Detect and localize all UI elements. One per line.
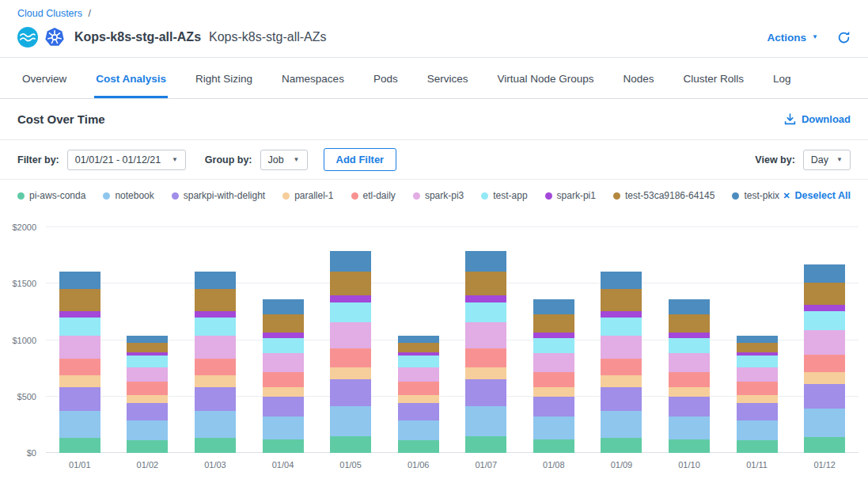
bar-segment-sparkpi-with-delight[interactable] <box>465 379 506 405</box>
tab-log[interactable]: Log <box>771 58 793 98</box>
bar-segment-test-53ca9186-64145[interactable] <box>59 289 100 311</box>
bar-segment-spark-pi1[interactable] <box>330 295 371 302</box>
bar-segment-spark-pi3[interactable] <box>263 353 304 372</box>
legend-item-etl-daily[interactable]: etl-daily <box>351 190 396 201</box>
legend-item-test-53ca9186-64145[interactable]: test-53ca9186-64145 <box>613 190 714 201</box>
bar-segment-sparkpi-with-delight[interactable] <box>601 387 642 411</box>
stacked-bar-01-08[interactable] <box>533 227 574 453</box>
tab-nodes[interactable]: Nodes <box>622 58 656 98</box>
bar-segment-pi-aws-conda[interactable] <box>330 436 371 453</box>
bar-segment-parallel-1[interactable] <box>669 387 710 397</box>
bar-segment-etl-daily[interactable] <box>737 382 778 394</box>
bar-segment-spark-pi3[interactable] <box>804 330 845 355</box>
bar-segment-test-53ca9186-64145[interactable] <box>669 314 710 333</box>
bar-segment-notebook[interactable] <box>127 420 168 440</box>
bar-segment-test-pkix[interactable] <box>59 272 100 290</box>
bar-segment-sparkpi-with-delight[interactable] <box>195 387 236 411</box>
bar-segment-test-app[interactable] <box>465 302 506 323</box>
tab-virtual-node-groups[interactable]: Virtual Node Groups <box>495 58 595 98</box>
bar-segment-pi-aws-conda[interactable] <box>263 439 304 453</box>
bar-segment-spark-pi3[interactable] <box>127 367 168 382</box>
stacked-bar-01-11[interactable] <box>737 227 778 453</box>
bar-segment-test-pkix[interactable] <box>804 264 845 283</box>
bar-segment-notebook[interactable] <box>804 409 845 437</box>
bar-segment-notebook[interactable] <box>601 411 642 438</box>
bar-segment-pi-aws-conda[interactable] <box>804 437 845 453</box>
bar-segment-etl-daily[interactable] <box>195 359 236 375</box>
legend-item-test-pkix[interactable]: test-pkix <box>732 190 779 201</box>
bar-segment-parallel-1[interactable] <box>59 375 100 386</box>
bar-segment-parallel-1[interactable] <box>263 387 304 397</box>
bar-segment-etl-daily[interactable] <box>669 372 710 387</box>
bar-segment-test-53ca9186-64145[interactable] <box>195 289 236 311</box>
bar-segment-sparkpi-with-delight[interactable] <box>737 403 778 420</box>
bar-segment-spark-pi3[interactable] <box>669 353 710 372</box>
bar-segment-pi-aws-conda[interactable] <box>398 440 439 453</box>
bar-segment-test-app[interactable] <box>263 338 304 353</box>
bar-segment-parallel-1[interactable] <box>330 367 371 380</box>
date-range-select[interactable]: 01/01/21 - 01/12/21 ▼ <box>67 150 186 170</box>
bar-segment-parallel-1[interactable] <box>601 375 642 386</box>
stacked-bar-01-12[interactable] <box>804 227 845 453</box>
bar-segment-pi-aws-conda[interactable] <box>669 439 710 453</box>
tab-overview[interactable]: Overview <box>21 58 68 98</box>
view-by-select[interactable]: Day ▼ <box>803 150 851 170</box>
bar-segment-parallel-1[interactable] <box>127 395 168 404</box>
bar-segment-spark-pi3[interactable] <box>195 336 236 359</box>
legend-item-notebook[interactable]: notebook <box>103 190 154 201</box>
bar-segment-spark-pi3[interactable] <box>59 336 100 359</box>
stacked-bar-01-09[interactable] <box>601 227 642 453</box>
bar-segment-notebook[interactable] <box>398 420 439 440</box>
bar-segment-sparkpi-with-delight[interactable] <box>330 379 371 405</box>
bar-segment-test-53ca9186-64145[interactable] <box>737 343 778 352</box>
bar-segment-test-app[interactable] <box>195 318 236 336</box>
bar-segment-parallel-1[interactable] <box>804 372 845 384</box>
legend-item-pi-aws-conda[interactable]: pi-aws-conda <box>17 190 85 201</box>
legend-item-spark-pi1[interactable]: spark-pi1 <box>545 190 596 201</box>
bar-segment-parallel-1[interactable] <box>195 375 236 386</box>
bar-segment-spark-pi1[interactable] <box>195 311 236 318</box>
bar-segment-parallel-1[interactable] <box>465 367 506 380</box>
bar-segment-spark-pi3[interactable] <box>737 367 778 382</box>
bar-segment-test-53ca9186-64145[interactable] <box>465 272 506 296</box>
legend-item-spark-pi3[interactable]: spark-pi3 <box>413 190 464 201</box>
bar-segment-notebook[interactable] <box>330 406 371 436</box>
bar-segment-test-app[interactable] <box>601 318 642 336</box>
bar-segment-parallel-1[interactable] <box>398 395 439 404</box>
bar-segment-sparkpi-with-delight[interactable] <box>127 403 168 420</box>
bar-segment-sparkpi-with-delight[interactable] <box>804 384 845 409</box>
bar-segment-test-pkix[interactable] <box>195 272 236 290</box>
tab-services[interactable]: Services <box>426 58 470 98</box>
bar-segment-notebook[interactable] <box>669 416 710 439</box>
bar-segment-etl-daily[interactable] <box>263 372 304 387</box>
bar-segment-parallel-1[interactable] <box>533 387 574 397</box>
bar-segment-spark-pi1[interactable] <box>59 311 100 318</box>
actions-button[interactable]: Actions ▼ <box>768 32 818 44</box>
bar-segment-sparkpi-with-delight[interactable] <box>59 387 100 411</box>
bar-segment-etl-daily[interactable] <box>398 382 439 394</box>
bar-segment-test-app[interactable] <box>127 356 168 367</box>
bar-segment-pi-aws-conda[interactable] <box>195 438 236 453</box>
bar-segment-sparkpi-with-delight[interactable] <box>669 397 710 417</box>
tab-cluster-rolls[interactable]: Cluster Rolls <box>682 58 746 98</box>
bar-segment-notebook[interactable] <box>533 416 574 439</box>
bar-segment-test-pkix[interactable] <box>127 336 168 343</box>
breadcrumb-link-cloud-clusters[interactable]: Cloud Clusters <box>17 8 82 19</box>
bar-segment-spark-pi3[interactable] <box>330 322 371 348</box>
bar-segment-etl-daily[interactable] <box>465 348 506 367</box>
bar-segment-test-53ca9186-64145[interactable] <box>330 272 371 296</box>
bar-segment-test-app[interactable] <box>59 318 100 336</box>
stacked-bar-01-03[interactable] <box>195 227 236 453</box>
bar-segment-test-53ca9186-64145[interactable] <box>263 314 304 333</box>
bar-segment-sparkpi-with-delight[interactable] <box>398 403 439 420</box>
bar-segment-test-pkix[interactable] <box>465 251 506 272</box>
bar-segment-etl-daily[interactable] <box>601 359 642 375</box>
bar-segment-test-53ca9186-64145[interactable] <box>127 343 168 352</box>
bar-segment-test-pkix[interactable] <box>601 272 642 290</box>
stacked-bar-01-02[interactable] <box>127 227 168 453</box>
bar-segment-spark-pi3[interactable] <box>601 336 642 359</box>
legend-item-parallel-1[interactable]: parallel-1 <box>282 190 333 201</box>
stacked-bar-01-06[interactable] <box>398 227 439 453</box>
download-button[interactable]: Download <box>784 113 851 125</box>
bar-segment-spark-pi3[interactable] <box>465 322 506 348</box>
